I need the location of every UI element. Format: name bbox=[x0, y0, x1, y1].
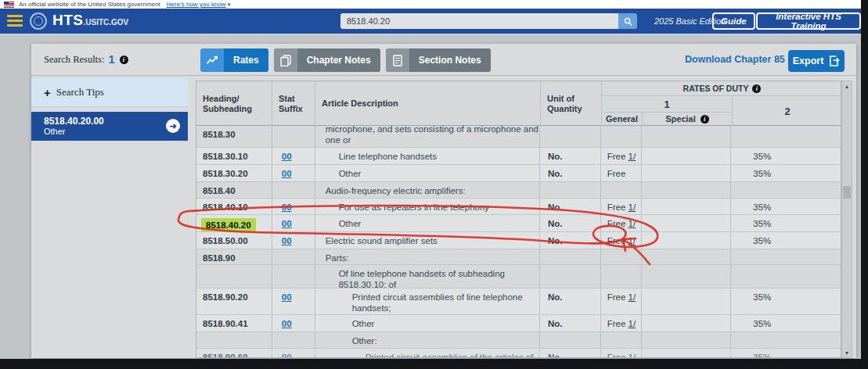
cell-general: Free 1/ bbox=[601, 232, 642, 249]
cell-general: Free bbox=[601, 165, 642, 181]
table-row[interactable]: Of line telephone handsets of subheading… bbox=[196, 265, 841, 288]
cell-rate-2: 35% bbox=[731, 349, 841, 358]
cell-stat-suffix: 00 bbox=[272, 148, 315, 164]
cell-heading: 8518.40.10 bbox=[196, 199, 272, 214]
special-info-icon[interactable]: i bbox=[701, 115, 709, 124]
table-row[interactable]: 8518.50.0000Electric sound amplifier set… bbox=[196, 232, 841, 249]
brand-logo[interactable]: HTS .USITC.GOV bbox=[52, 12, 128, 29]
stat-suffix-link[interactable]: 00 bbox=[282, 219, 292, 228]
table-row[interactable]: 8518.40Audio-frequency electric amplifie… bbox=[196, 182, 841, 199]
cell-rate-2: 35% bbox=[731, 232, 841, 249]
stat-suffix-link[interactable]: 00 bbox=[282, 319, 292, 328]
rates-info-icon[interactable]: i bbox=[752, 84, 761, 93]
results-info-icon[interactable]: i bbox=[120, 56, 128, 64]
export-button[interactable]: Export bbox=[788, 50, 845, 72]
content-card: Search Results: 1 i + Search Tips 8518.4… bbox=[31, 44, 856, 358]
stat-suffix-link[interactable]: 00 bbox=[282, 169, 292, 178]
search-input[interactable] bbox=[340, 13, 618, 29]
scroll-down-arrow[interactable]: ▼ bbox=[842, 348, 852, 357]
cell-special bbox=[642, 126, 732, 147]
highlighted-heading: 8518.40.20 bbox=[201, 218, 256, 231]
cell-heading: 8518.30 bbox=[196, 126, 272, 147]
table-row[interactable]: 8518.30microphone, and sets consisting o… bbox=[196, 126, 841, 148]
usitc-seal-icon[interactable] bbox=[30, 13, 47, 30]
cell-general bbox=[601, 265, 642, 288]
table-row[interactable]: 8518.30.2000OtherNo.Free 35% bbox=[196, 165, 841, 182]
col-header-description: Article Description bbox=[315, 81, 541, 126]
table-scrollbar[interactable]: ▲ ▼ bbox=[841, 81, 852, 358]
cell-unit: No. bbox=[540, 349, 601, 358]
cell-rate-2 bbox=[731, 265, 841, 288]
table-header: Heading/ Subheading Stat Suffix Article … bbox=[196, 81, 841, 126]
table-row[interactable]: Other: bbox=[196, 332, 841, 349]
footnote-link[interactable]: 1/ bbox=[628, 236, 636, 245]
stat-suffix-link[interactable]: 00 bbox=[282, 202, 292, 212]
cell-unit: No. bbox=[540, 315, 601, 331]
footnote-link[interactable]: 1/ bbox=[628, 292, 636, 302]
stat-suffix-link[interactable]: 00 bbox=[282, 152, 292, 161]
training-button[interactable]: Interactive HTS Training bbox=[756, 13, 861, 30]
search-tips-toggle[interactable]: + Search Tips bbox=[31, 78, 188, 107]
cell-special bbox=[642, 249, 732, 264]
cell-stat-suffix: 00 bbox=[272, 349, 315, 358]
footnote-link[interactable]: 1/ bbox=[628, 353, 636, 358]
footnote-link[interactable]: 1/ bbox=[628, 319, 636, 328]
search-button[interactable] bbox=[618, 13, 637, 29]
tab-section-notes[interactable]: Section Notes bbox=[386, 48, 491, 72]
cell-stat-suffix bbox=[272, 182, 315, 198]
stat-suffix-link[interactable]: 00 bbox=[282, 236, 292, 245]
table-row[interactable]: 8518.90.4100OtherNo.Free 1/35% bbox=[196, 315, 841, 332]
cell-heading bbox=[196, 265, 272, 288]
stat-suffix-link[interactable]: 00 bbox=[282, 353, 292, 358]
cell-description: microphone, and sets consisting of a mic… bbox=[315, 126, 540, 147]
cell-heading: 8518.30.10 bbox=[196, 148, 272, 164]
footnote-link[interactable]: 1/ bbox=[628, 152, 636, 161]
tab-label: Rates bbox=[224, 48, 268, 72]
gov-banner-link[interactable]: Here's how you know bbox=[167, 1, 226, 8]
copy-pages-icon bbox=[274, 48, 297, 72]
cell-rate-2: 35% bbox=[731, 148, 841, 164]
cell-rate-2 bbox=[731, 126, 841, 147]
cell-description: For use as repeaters in line telephony bbox=[315, 199, 540, 214]
cell-stat-suffix: 00 bbox=[272, 232, 315, 249]
screenshot-stage: An official website of the United States… bbox=[0, 0, 868, 369]
table-row[interactable]: 8518.40.1000For use as repeaters in line… bbox=[196, 199, 841, 215]
table-row[interactable]: 8518.90.6000Printed circuit assemblies o… bbox=[196, 349, 841, 358]
cell-special bbox=[642, 148, 732, 164]
menu-icon[interactable] bbox=[7, 15, 23, 27]
cell-stat-suffix bbox=[272, 332, 315, 348]
tab-bar: Rates Chapter Notes Section Notes bbox=[200, 48, 491, 72]
guide-button[interactable]: Guide bbox=[712, 13, 755, 30]
scrollbar-thumb[interactable] bbox=[843, 186, 851, 199]
arrow-right-icon[interactable]: ➜ bbox=[166, 119, 180, 133]
results-count: 1 bbox=[108, 53, 114, 66]
cell-general: Free 1/ bbox=[601, 199, 642, 214]
table-row[interactable]: 8518.30.1000Line telephone handsetsNo.Fr… bbox=[196, 148, 841, 165]
cell-description: Electric sound amplifier sets bbox=[315, 232, 540, 249]
table-row[interactable]: 8518.40.2000OtherNo.Free 1/35% bbox=[196, 215, 841, 232]
cell-heading: 8518.50.00 bbox=[196, 232, 272, 249]
table-row[interactable]: 8518.90Parts: bbox=[196, 249, 841, 265]
download-chapter-link[interactable]: Download Chapter 85 bbox=[685, 54, 800, 65]
cell-unit: No. bbox=[540, 215, 601, 231]
cell-heading: 8518.90 bbox=[196, 249, 272, 264]
cell-unit: No. bbox=[540, 232, 601, 249]
col-header-1: 1 bbox=[602, 96, 733, 113]
chevron-down-icon[interactable]: ▾ bbox=[228, 2, 231, 8]
cell-description: Other bbox=[315, 215, 540, 231]
footnote-link[interactable]: 1/ bbox=[628, 219, 636, 228]
table-row[interactable]: 8518.90.2000Printed circuit assemblies o… bbox=[196, 288, 841, 315]
tab-chapter-notes[interactable]: Chapter Notes bbox=[274, 48, 380, 72]
result-item-selected[interactable]: 8518.40.20.00 Other ➜ bbox=[31, 112, 188, 141]
scroll-up-arrow[interactable]: ▲ bbox=[842, 81, 852, 91]
footnote-link[interactable]: 1/ bbox=[628, 202, 636, 212]
cell-rate-2: 35% bbox=[731, 199, 841, 214]
app-header: HTS .USITC.GOV 2025 Basic Edition Guide … bbox=[0, 9, 861, 34]
col-header-stat: Stat Suffix bbox=[272, 81, 315, 126]
cell-heading bbox=[196, 332, 272, 348]
cell-special bbox=[642, 265, 732, 288]
cell-special bbox=[642, 288, 732, 314]
tab-label: Chapter Notes bbox=[297, 48, 380, 72]
tab-rates[interactable]: Rates bbox=[200, 48, 268, 72]
stat-suffix-link[interactable]: 00 bbox=[282, 292, 292, 302]
